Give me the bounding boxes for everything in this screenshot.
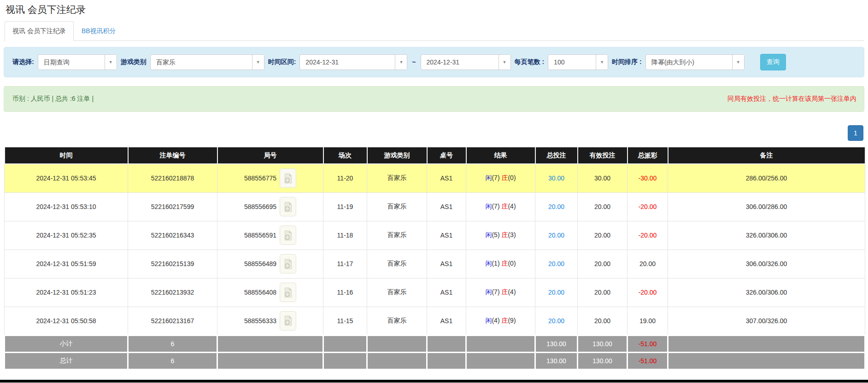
total-bet-link[interactable]: 20.00	[548, 232, 564, 239]
sort-order-select[interactable]: 降幂(由大到小) ▼	[645, 54, 745, 70]
game-type-select[interactable]: 百家乐 ▼	[150, 54, 264, 70]
chevron-down-icon: ▼	[395, 55, 407, 70]
table-row: 2024-12-31 05:52:35522160216343588556591…	[5, 221, 865, 250]
video-replay-button[interactable]	[280, 311, 296, 331]
cell-result: 闲(7) 庄(4)	[466, 192, 535, 221]
result-player-value: (4)	[492, 317, 501, 324]
page-title: 视讯 会员下注纪录	[6, 4, 868, 16]
cell-total-bet: 20.00	[535, 221, 578, 250]
date-to-picker[interactable]: 2024-12-31 ▼	[421, 54, 511, 70]
cell-result: 闲(7) 庄(4)	[466, 278, 535, 307]
cell-table-no: AS1	[427, 164, 466, 192]
cell-round-id: 588556591	[217, 221, 323, 250]
footer-empty-session	[323, 335, 367, 352]
footer-remark	[668, 352, 865, 369]
round-id-value: 588556775	[244, 174, 276, 182]
chevron-down-icon: ▼	[252, 55, 264, 70]
video-replay-button[interactable]	[280, 197, 296, 216]
cell-bet-id: 522160213167	[128, 307, 217, 335]
pagination-page-1-button[interactable]: 1	[848, 125, 863, 141]
result-banker-label: 庄	[501, 174, 508, 181]
video-replay-button[interactable]	[280, 168, 296, 188]
chevron-down-icon: ▼	[732, 55, 744, 70]
page-size-select[interactable]: 100 ▼	[548, 54, 608, 70]
cell-total-bet: 20.00	[535, 307, 578, 335]
header-bet-id: 注单编号	[128, 147, 217, 164]
cell-payout: -20.00	[628, 278, 668, 307]
cell-round-id: 588556408	[217, 278, 323, 307]
tab-betting-records[interactable]: 视讯 会员下注纪录	[5, 21, 74, 41]
video-replay-button[interactable]	[280, 254, 296, 273]
header-valid-bet: 有效投注	[578, 147, 628, 164]
cell-bet-id: 522160218878	[128, 164, 217, 192]
date-range-separator: ~	[412, 58, 416, 66]
footer-label: 小计	[5, 335, 128, 352]
total-bet-link[interactable]: 20.00	[548, 317, 564, 325]
cell-session: 11-16	[323, 278, 367, 307]
total-bet-link[interactable]: 20.00	[548, 289, 564, 296]
footer-divider-bar	[0, 380, 868, 383]
result-banker-label: 庄	[501, 317, 508, 324]
filter-bar: 请选择: 日期查询 ▼ 游戏类别 百家乐 ▼ 时间区间: 2024-12-31 …	[4, 47, 864, 77]
result-banker-label: 庄	[501, 203, 508, 210]
result-banker-label: 庄	[501, 260, 508, 267]
cell-time: 2024-12-31 05:53:45	[5, 164, 128, 192]
result-banker-value: (4)	[508, 203, 516, 210]
cell-session: 11-15	[323, 307, 367, 335]
footer-total-bet: 130.00	[535, 335, 578, 352]
cell-valid-bet: 30.00	[578, 164, 628, 192]
cell-bet-id: 522160213932	[128, 278, 217, 307]
cell-total-bet: 20.00	[535, 250, 578, 278]
header-remark: 备注	[668, 147, 865, 164]
video-replay-button[interactable]	[280, 283, 296, 302]
subtotal-row: 小计6130.00130.00-51.00	[5, 335, 865, 352]
total-bet-link[interactable]: 30.00	[548, 174, 564, 182]
total-bet-link[interactable]: 20.00	[548, 203, 564, 210]
cell-game-type: 百家乐	[367, 221, 427, 250]
result-player-label: 闲	[485, 174, 492, 181]
video-replay-button[interactable]	[280, 226, 296, 245]
result-banker-value: (3)	[508, 231, 516, 238]
cell-remark: 306.00/326.00	[668, 250, 865, 278]
header-time: 时间	[5, 147, 128, 164]
header-result: 结果	[466, 147, 535, 164]
footer-empty-session	[323, 352, 367, 369]
cell-payout: 19.00	[628, 307, 668, 335]
round-id-group: 588556489	[218, 254, 323, 273]
cell-time: 2024-12-31 05:53:10	[5, 192, 128, 221]
date-from-value: 2024-12-31	[300, 55, 395, 70]
sort-order-value: 降幂(由大到小)	[646, 55, 732, 70]
cell-remark: 307.00/326.00	[668, 307, 865, 335]
chevron-down-icon: ▼	[499, 55, 510, 70]
cell-session: 11-18	[323, 221, 367, 250]
game-type-label: 游戏类别	[121, 58, 147, 66]
header-game-type: 游戏类别	[367, 147, 427, 164]
query-type-select[interactable]: 日期查询 ▼	[38, 54, 117, 70]
tab-bb-video-points[interactable]: BB视讯积分	[74, 21, 124, 41]
cell-bet-id: 522160217599	[128, 192, 217, 221]
cell-valid-bet: 20.00	[578, 278, 628, 307]
total-bet-link[interactable]: 20.00	[548, 260, 564, 267]
search-button[interactable]: 查询	[760, 54, 786, 70]
header-round-id: 局号	[217, 147, 323, 164]
date-from-picker[interactable]: 2024-12-31 ▼	[299, 54, 407, 70]
date-to-value: 2024-12-31	[421, 55, 499, 70]
result-player-value: (7)	[492, 288, 501, 296]
footer-payout: -51.00	[628, 335, 668, 352]
round-id-group: 588556695	[218, 197, 323, 216]
cell-time: 2024-12-31 05:52:35	[5, 221, 128, 250]
table-row: 2024-12-31 05:51:23522160213932588556408…	[5, 278, 865, 307]
footer-count: 6	[128, 335, 217, 352]
cell-round-id: 588556695	[217, 192, 323, 221]
round-id-value: 588556591	[244, 232, 276, 239]
cell-time: 2024-12-31 05:51:59	[5, 250, 128, 278]
cell-payout: -30.00	[628, 164, 668, 192]
page-size-value: 100	[548, 55, 596, 70]
film-document-icon	[284, 259, 293, 269]
cell-payout: -20.00	[628, 221, 668, 250]
cell-table-no: AS1	[427, 278, 466, 307]
footer-valid-bet: 130.00	[578, 335, 628, 352]
round-id-group: 588556333	[218, 311, 323, 331]
cell-bet-id: 522160216343	[128, 221, 217, 250]
cell-round-id: 588556775	[217, 164, 323, 192]
